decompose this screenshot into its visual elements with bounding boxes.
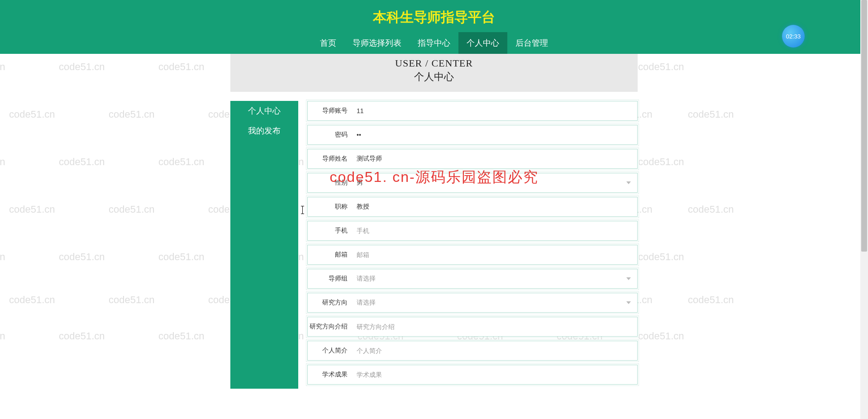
input-email[interactable] [353,246,637,264]
watermark-text: code51.cn [638,330,684,342]
watermark-text: code51.cn [0,330,5,342]
watermark-text: code51.cn [688,294,734,306]
form-row-tutor-account: 导师账号 [307,101,638,121]
form-row-personal-profile: 个人简介 [307,341,638,361]
label-phone: 手机 [308,227,353,235]
text-cursor-icon [302,206,303,214]
sidebar-item-1[interactable]: 我的发布 [230,121,298,141]
watermark-text: code51.cn [9,109,55,120]
watermark-text: code51.cn [638,156,684,168]
form-row-title: 职称 [307,197,638,217]
site-title: 本科生导师指导平台 [0,0,868,32]
select-tutor-group[interactable]: 请选择 [353,269,637,288]
watermark-text: code51.cn [9,294,55,306]
watermark-text: code51.cn [638,251,684,263]
input-title[interactable] [353,198,637,216]
label-tutor-account: 导师账号 [308,107,353,115]
select-gender[interactable]: 男 [353,173,637,192]
select-research-direction[interactable]: 请选择 [353,293,637,312]
page-heading-cn: 个人中心 [230,70,638,84]
form-row-tutor-name: 导师姓名 [307,149,638,169]
input-tutor-account[interactable] [353,102,637,120]
form-row-tutor-group: 导师组请选择 [307,269,638,289]
sidebar: 个人中心我的发布 [230,101,298,389]
scrollbar-track[interactable] [860,0,868,407]
watermark-text: code51.cn [0,251,5,263]
label-tutor-name: 导师姓名 [308,155,353,163]
nav-item-1[interactable]: 导师选择列表 [344,32,410,54]
timer-badge[interactable]: 02:33 [782,25,805,48]
watermark-text: code51.cn [0,156,5,168]
form-row-gender: 性别男 [307,173,638,193]
watermark-text: code51.cn [638,61,684,73]
nav-item-0[interactable]: 首页 [312,32,344,54]
label-tutor-group: 导师组 [308,275,353,283]
watermark-text: code51.cn [109,294,155,306]
nav-item-3[interactable]: 个人中心 [458,32,507,54]
watermark-text: code51.cn [59,330,105,342]
label-personal-profile: 个人简介 [308,347,353,355]
watermark-text: code51.cn [109,109,155,120]
page-heading-en: USER / CENTER [230,57,638,69]
form-row-phone: 手机 [307,221,638,241]
form-row-research-intro: 研究方向介绍 [307,317,638,337]
input-password[interactable] [353,126,637,144]
page-heading: USER / CENTER 个人中心 [230,54,638,92]
label-research-intro: 研究方向介绍 [308,323,353,331]
header: 本科生导师指导平台 首页导师选择列表指导中心个人中心后台管理 02:33 [0,0,868,54]
label-title: 职称 [308,203,353,211]
watermark-text: code51.cn [59,156,105,168]
form-row-academic-achievement: 学术成果 [307,365,638,385]
watermark-text: code51.cn [158,61,205,73]
watermark-text: code51.cn [109,204,155,215]
scrollbar-thumb[interactable] [861,0,867,252]
form-row-password: 密码 [307,125,638,145]
form-area: 导师账号密码导师姓名性别男职称手机邮箱导师组请选择研究方向请选择研究方向介绍个人… [307,101,638,389]
input-research-intro[interactable] [353,318,637,336]
watermark-text: code51.cn [9,204,55,215]
input-personal-profile[interactable] [353,342,637,360]
input-phone[interactable] [353,222,637,240]
watermark-text: code51.cn [59,61,105,73]
nav-item-4[interactable]: 后台管理 [507,32,556,54]
watermark-text: code51.cn [158,330,205,342]
content-wrap: 个人中心我的发布 导师账号密码导师姓名性别男职称手机邮箱导师组请选择研究方向请选… [230,101,638,407]
label-academic-achievement: 学术成果 [308,371,353,379]
form-row-email: 邮箱 [307,245,638,265]
label-gender: 性别 [308,179,353,187]
watermark-text: code51.cn [688,109,734,120]
label-research-direction: 研究方向 [308,299,353,307]
label-password: 密码 [308,131,353,139]
main-nav: 首页导师选择列表指导中心个人中心后台管理 [0,32,868,54]
sidebar-item-0[interactable]: 个人中心 [230,101,298,121]
watermark-text: code51.cn [688,204,734,215]
watermark-text: code51.cn [158,251,205,263]
label-email: 邮箱 [308,251,353,259]
nav-item-2[interactable]: 指导中心 [410,32,458,54]
watermark-text: code51.cn [59,251,105,263]
watermark-text: code51.cn [158,156,205,168]
input-academic-achievement[interactable] [353,366,637,384]
form-row-research-direction: 研究方向请选择 [307,293,638,313]
watermark-text: code51.cn [0,61,5,73]
input-tutor-name[interactable] [353,150,637,168]
